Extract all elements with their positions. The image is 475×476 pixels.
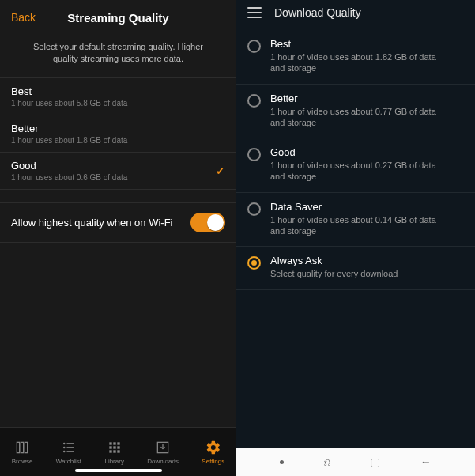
android-navbar: ⎌ ▢ ←	[236, 448, 475, 476]
ios-tabbar: Browse Watchlist Library Downloads Setti…	[0, 427, 236, 476]
gear-icon	[205, 440, 221, 455]
svg-rect-12	[109, 446, 111, 448]
tab-label: Watchlist	[56, 458, 81, 465]
quality-list: Best 1 hour uses about 5.8 GB of data Be…	[0, 77, 236, 190]
dl-row-datasaver[interactable]: Data Saver 1 hour of video uses about 0.…	[236, 193, 475, 247]
page-description: Select your default streaming quality. H…	[0, 35, 236, 77]
back-button[interactable]: Back	[0, 11, 36, 24]
ios-header: Back Streaming Quality	[0, 0, 236, 35]
nav-back-icon[interactable]: ←	[420, 455, 432, 468]
dl-label: Data Saver	[270, 201, 452, 213]
tab-label: Settings	[202, 458, 224, 465]
wifi-quality-toggle-row[interactable]: Allow highest quality when on Wi-Fi	[0, 202, 236, 243]
dl-row-alwaysask[interactable]: Always Ask Select quality for every down…	[236, 247, 475, 289]
svg-rect-11	[117, 442, 119, 444]
radio-icon	[247, 202, 261, 216]
page-title: Download Quality	[274, 6, 361, 19]
dl-sub: 1 hour of video uses about 0.14 GB of da…	[270, 213, 452, 237]
toggle-label: Allow highest quality when on Wi-Fi	[11, 217, 172, 229]
svg-rect-13	[113, 446, 115, 448]
svg-point-5	[63, 446, 66, 448]
dl-label: Better	[270, 93, 452, 104]
tab-browse[interactable]: Browse	[12, 440, 33, 465]
tab-library[interactable]: Library	[104, 440, 123, 465]
nav-recent-icon[interactable]: ⎌	[324, 455, 330, 468]
download-icon	[155, 440, 171, 455]
svg-point-7	[63, 450, 66, 452]
tab-watchlist[interactable]: Watchlist	[56, 440, 81, 465]
dl-sub: 1 hour of video uses about 0.77 GB of da…	[270, 104, 452, 129]
dl-label: Always Ask	[270, 255, 398, 266]
quality-sub: 1 hour uses about 0.6 GB of data	[11, 172, 127, 182]
quality-row-better[interactable]: Better 1 hour uses about 1.8 GB of data	[0, 115, 236, 153]
quality-row-good[interactable]: Good 1 hour uses about 0.6 GB of data ✓	[0, 153, 236, 190]
svg-rect-0	[17, 442, 19, 452]
dl-row-good[interactable]: Good 1 hour of video uses about 0.27 GB …	[236, 138, 475, 193]
tab-settings[interactable]: Settings	[202, 440, 224, 465]
svg-rect-17	[117, 450, 119, 452]
radio-icon	[247, 256, 261, 270]
quality-label: Good	[11, 160, 127, 172]
quality-row-best[interactable]: Best 1 hour uses about 5.8 GB of data	[0, 78, 236, 115]
dl-sub: Select quality for every download	[270, 266, 398, 279]
toggle-knob	[207, 214, 224, 231]
quality-label: Best	[11, 85, 127, 97]
svg-point-3	[63, 442, 66, 444]
quality-label: Better	[11, 123, 127, 134]
library-icon	[107, 440, 123, 455]
tab-label: Library	[104, 458, 123, 465]
tab-label: Browse	[12, 458, 33, 465]
android-header: Download Quality	[236, 0, 475, 30]
svg-rect-16	[113, 450, 115, 452]
quality-sub: 1 hour uses about 1.8 GB of data	[11, 134, 127, 145]
tab-downloads[interactable]: Downloads	[147, 440, 179, 465]
radio-icon	[247, 40, 261, 53]
svg-rect-14	[117, 446, 119, 448]
hamburger-icon[interactable]	[247, 7, 262, 18]
dl-sub: 1 hour of video uses about 1.82 GB of da…	[270, 50, 452, 74]
svg-rect-9	[109, 442, 111, 444]
home-indicator	[75, 469, 162, 472]
tab-label: Downloads	[147, 458, 179, 465]
svg-rect-8	[66, 451, 74, 452]
nav-dot-icon	[280, 460, 284, 464]
svg-rect-1	[21, 442, 23, 452]
svg-rect-15	[109, 450, 111, 452]
quality-sub: 1 hour uses about 5.8 GB of data	[11, 97, 127, 108]
dl-sub: 1 hour of video uses about 0.27 GB of da…	[270, 158, 452, 183]
browse-icon	[14, 440, 30, 455]
nav-home-icon[interactable]: ▢	[370, 455, 380, 468]
svg-rect-2	[25, 442, 27, 452]
checkmark-icon: ✓	[216, 164, 225, 177]
streaming-quality-screen: Back Streaming Quality Select your defau…	[0, 0, 236, 476]
svg-rect-4	[66, 443, 74, 444]
dl-label: Good	[270, 146, 452, 158]
svg-rect-6	[66, 447, 74, 448]
dl-row-best[interactable]: Best 1 hour of video uses about 1.82 GB …	[236, 30, 475, 85]
radio-icon	[247, 148, 261, 161]
toggle-switch[interactable]	[190, 213, 225, 232]
radio-icon	[247, 94, 261, 108]
download-quality-screen: Download Quality Best 1 hour of video us…	[236, 0, 475, 476]
dl-row-better[interactable]: Better 1 hour of video uses about 0.77 G…	[236, 85, 475, 139]
svg-rect-10	[113, 442, 115, 444]
dl-label: Best	[270, 38, 452, 50]
watchlist-icon	[61, 440, 77, 455]
